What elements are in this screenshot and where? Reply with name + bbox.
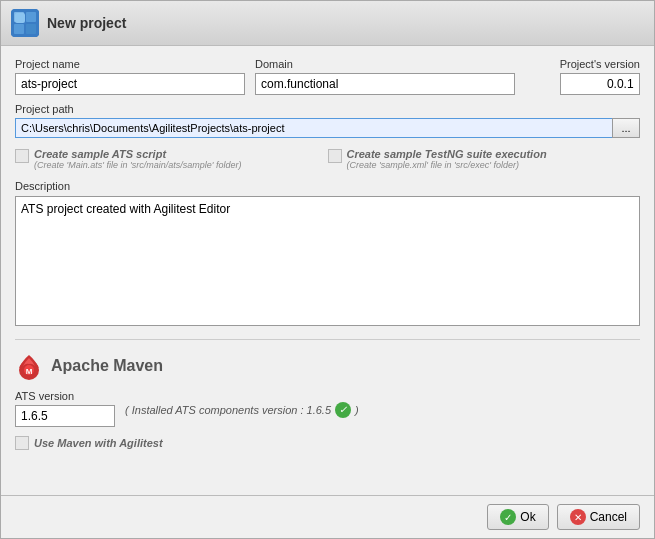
version-input[interactable] — [560, 73, 640, 95]
ats-script-label-group: Create sample ATS script (Create 'Main.a… — [34, 148, 241, 170]
ats-version-row: ATS version ( Installed ATS components v… — [15, 390, 640, 427]
project-path-label: Project path — [15, 103, 640, 115]
project-path-group: Project path ... — [15, 103, 640, 138]
ok-button[interactable]: ✓ Ok — [487, 504, 548, 530]
installed-prefix: ( Installed ATS components version : 1.6… — [125, 404, 331, 416]
ok-label: Ok — [520, 510, 535, 524]
ats-script-sub-label: (Create 'Main.ats' file in 'src/main/ats… — [34, 160, 241, 170]
testng-checkbox[interactable] — [328, 149, 342, 163]
dialog-title: New project — [47, 15, 126, 31]
cancel-icon: ✕ — [570, 509, 586, 525]
version-check-icon: ✓ — [335, 402, 351, 418]
use-maven-checkbox[interactable] — [15, 436, 29, 450]
dialog-footer: ✓ Ok ✕ Cancel — [1, 495, 654, 538]
ats-version-field: ATS version — [15, 390, 115, 427]
use-maven-label: Use Maven with Agilitest — [34, 437, 163, 449]
checkbox-ats-script: Create sample ATS script (Create 'Main.a… — [15, 148, 328, 170]
domain-group: Domain — [255, 58, 515, 95]
maven-title: Apache Maven — [51, 357, 163, 375]
svg-rect-4 — [26, 24, 36, 34]
maven-header: M Apache Maven — [15, 350, 640, 382]
description-group: Description — [15, 180, 640, 329]
svg-rect-3 — [14, 24, 24, 34]
testng-sub-label: (Create 'sample.xml' file in 'src/exec' … — [347, 160, 547, 170]
domain-input[interactable] — [255, 73, 515, 95]
project-name-group: Project name — [15, 58, 245, 95]
project-path-input[interactable] — [15, 118, 612, 138]
use-maven-row: Use Maven with Agilitest — [15, 435, 640, 450]
description-label: Description — [15, 180, 640, 192]
cancel-button[interactable]: ✕ Cancel — [557, 504, 640, 530]
version-group: Project's version — [560, 58, 640, 95]
ats-script-main-label: Create sample ATS script — [34, 148, 241, 160]
cancel-label: Cancel — [590, 510, 627, 524]
form-row-1: Project name Domain Project's version — [15, 58, 640, 95]
ats-version-input[interactable] — [15, 405, 115, 427]
browse-button[interactable]: ... — [612, 118, 640, 138]
dialog-content: Project name Domain Project's version Pr… — [1, 46, 654, 495]
checkboxes-row: Create sample ATS script (Create 'Main.a… — [15, 148, 640, 170]
installed-text: ( Installed ATS components version : 1.6… — [125, 402, 359, 418]
svg-text:M: M — [26, 367, 33, 376]
ats-script-checkbox[interactable] — [15, 149, 29, 163]
separator-1 — [15, 339, 640, 340]
domain-label: Domain — [255, 58, 515, 70]
project-name-input[interactable] — [15, 73, 245, 95]
maven-section: M Apache Maven ATS version ( Installed A… — [15, 350, 640, 450]
installed-suffix: ) — [355, 404, 359, 416]
project-name-label: Project name — [15, 58, 245, 70]
path-input-wrapper: ... — [15, 118, 640, 138]
new-project-dialog: New project Project name Domain Project'… — [0, 0, 655, 539]
testng-label-group: Create sample TestNG suite execution (Cr… — [347, 148, 547, 170]
svg-rect-2 — [26, 12, 36, 22]
ok-icon: ✓ — [500, 509, 516, 525]
dialog-title-bar: New project — [1, 1, 654, 46]
description-textarea[interactable] — [15, 196, 640, 326]
checkbox-testng: Create sample TestNG suite execution (Cr… — [328, 148, 641, 170]
ats-version-label: ATS version — [15, 390, 115, 402]
dialog-title-icon — [11, 9, 39, 37]
maven-icon: M — [15, 350, 43, 382]
version-label: Project's version — [560, 58, 640, 70]
testng-main-label: Create sample TestNG suite execution — [347, 148, 547, 160]
svg-rect-1 — [14, 12, 24, 22]
